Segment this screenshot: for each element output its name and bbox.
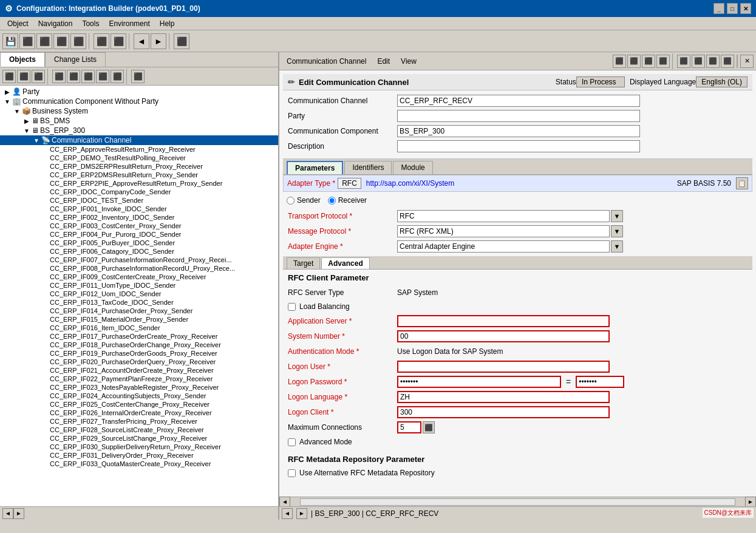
- input-comm-channel[interactable]: [397, 95, 640, 107]
- tree-item-cc9[interactable]: CC_ERP_IF002_Inventory_IDOC_Sender: [0, 213, 278, 222]
- input-logon-user[interactable]: [397, 361, 610, 373]
- left-btn-8[interactable]: ⬛: [111, 70, 124, 83]
- tree-item-cc19[interactable]: CC_ERP_IF013_TaxCode_IDOC_Sender: [0, 298, 278, 307]
- menu-environment[interactable]: Environment: [104, 18, 154, 29]
- tree-item-cc24[interactable]: CC_ERP_IF018_PurchaseOrderChange_Proxy_R…: [0, 341, 278, 349]
- expand-bs-dms[interactable]: ▶: [22, 118, 32, 124]
- tree-item-cc3[interactable]: CC_ERP_DMS2ERPResultReturn_Proxy_Receive…: [0, 162, 278, 171]
- tree-item-biz-system[interactable]: ▼ 📦 Business System: [0, 106, 278, 116]
- tree-item-cc25[interactable]: CC_ERP_IF019_PurchaseOrderGoods_Proxy_Re…: [0, 349, 278, 358]
- left-btn-3[interactable]: ⬛: [32, 70, 45, 83]
- max-conn-btn[interactable]: ⬛: [423, 421, 435, 433]
- h-scroll-right[interactable]: ►: [745, 497, 756, 508]
- tree-item-bs-dms[interactable]: ▶ 🖥 BS_DMS: [0, 116, 278, 126]
- tree-item-cc18[interactable]: CC_ERP_IF012_Uom_IDOC_Sender: [0, 290, 278, 298]
- tree-item-cc35[interactable]: CC_ERP_IF029_SourceListChange_Proxy_Rece…: [0, 434, 278, 443]
- minimize-button[interactable]: _: [713, 3, 724, 14]
- expand-comm-channel[interactable]: ▼: [32, 137, 41, 144]
- tree-item-cc32[interactable]: CC_ERP_IF026_InternalOrderCreate_Proxy_R…: [0, 409, 278, 417]
- input-logon-client[interactable]: [397, 406, 610, 418]
- expand-comm-no-party[interactable]: ▼: [2, 98, 12, 105]
- tree-item-cc17[interactable]: CC_ERP_IF011_UomType_IDOC_Sender: [0, 281, 278, 290]
- right-btn-6[interactable]: ⬛: [692, 55, 705, 68]
- status-nav-left[interactable]: ◄: [282, 508, 293, 519]
- menu-navigation[interactable]: Navigation: [33, 18, 78, 29]
- right-btn-8[interactable]: ⬛: [721, 55, 734, 68]
- right-btn-9[interactable]: ✕: [740, 55, 754, 68]
- toolbar-btn-6[interactable]: ⬛: [94, 33, 109, 49]
- tree-item-cc30[interactable]: CC_ERP_IF024_AccountingSubjects_Proxy_Se…: [0, 392, 278, 400]
- radio-receiver-input[interactable]: [328, 197, 336, 205]
- toolbar-btn-4[interactable]: ⬛: [53, 33, 69, 49]
- sub-tab-advanced[interactable]: Advanced: [321, 257, 369, 269]
- input-app-server[interactable]: [397, 315, 610, 327]
- scroll-left[interactable]: ◄: [2, 508, 13, 519]
- tree-item-cc6[interactable]: CC_ERP_IDOC_CompanyCode_Sender: [0, 188, 278, 196]
- adapter-url[interactable]: http://sap.com/xi/XI/System: [366, 179, 672, 188]
- left-btn-7[interactable]: ⬛: [96, 70, 109, 83]
- input-logon-pass-confirm[interactable]: [576, 376, 624, 388]
- input-logon-lang[interactable]: [397, 391, 610, 403]
- sub-tab-target[interactable]: Target: [287, 257, 320, 269]
- expand-bs-erp-300[interactable]: ▼: [22, 127, 32, 134]
- tab-identifiers[interactable]: Identifiers: [344, 161, 392, 174]
- toolbar-btn-5[interactable]: ⬛: [70, 33, 86, 49]
- h-scrollbar-track[interactable]: [300, 498, 735, 506]
- tree-item-cc13[interactable]: CC_ERP_IF006_Catagory_IDOC_Sender: [0, 247, 278, 256]
- tree-item-cc4[interactable]: CC_ERP_ERP2DMSResultReturn_Proxy_Sender: [0, 171, 278, 179]
- tree-item-cc22[interactable]: CC_ERP_IF016_Item_IDOC_Sender: [0, 324, 278, 332]
- tree-item-cc27[interactable]: CC_ERP_IF021_AccountOrderCreate_Proxy_Re…: [0, 366, 278, 375]
- toolbar-btn-forward[interactable]: ►: [151, 33, 166, 49]
- left-btn-5[interactable]: ⬛: [67, 70, 80, 83]
- adapter-icon-btn[interactable]: 📋: [736, 177, 748, 189]
- tree-item-cc37[interactable]: CC_ERP_IF031_DeliveryOrder_Proxy_Receive…: [0, 451, 278, 460]
- expand-biz-system[interactable]: ▼: [12, 108, 22, 115]
- tree-item-cc15[interactable]: CC_ERP_IF008_PurchaseInformationRecordU_…: [0, 264, 278, 273]
- right-btn-4[interactable]: ⬛: [656, 55, 670, 68]
- right-btn-2[interactable]: ⬛: [627, 55, 641, 68]
- toolbar-btn-2[interactable]: ⬛: [19, 33, 35, 49]
- right-menu-comm-channel[interactable]: Communication Channel: [282, 56, 371, 67]
- tree-item-cc21[interactable]: CC_ERP_IF015_MaterialOrder_Proxy_Sender: [0, 315, 278, 324]
- scroll-right[interactable]: ►: [13, 508, 24, 519]
- tree-item-cc26[interactable]: CC_ERP_IF020_PurchaseOrderQuery_Proxy_Re…: [0, 358, 278, 366]
- tree-item-cc33[interactable]: CC_ERP_IF027_TransferPricing_Proxy_Recei…: [0, 417, 278, 426]
- right-menu-view[interactable]: View: [396, 56, 421, 67]
- engine-dropdown-btn[interactable]: ▼: [611, 240, 623, 253]
- left-btn-1[interactable]: ⬛: [2, 70, 16, 83]
- menu-tools[interactable]: Tools: [77, 18, 104, 29]
- maximize-button[interactable]: □: [727, 3, 738, 14]
- tree-item-cc10[interactable]: CC_ERP_IF003_CostCenter_Proxy_Sender: [0, 222, 278, 230]
- input-transport[interactable]: [397, 210, 610, 222]
- tree-item-cc23[interactable]: CC_ERP_IF017_PurchaseOrderCreate_Proxy_R…: [0, 332, 278, 341]
- right-menu-edit[interactable]: Edit: [372, 56, 395, 67]
- right-btn-5[interactable]: ⬛: [677, 55, 690, 68]
- tree-item-cc36[interactable]: CC_ERP_IF030_SupplierDeliveryReturn_Prox…: [0, 443, 278, 451]
- checkbox-alt-repo[interactable]: [288, 469, 296, 477]
- tree-item-cc16[interactable]: CC_ERP_IF009_CostCenterCreate_Proxy_Rece…: [0, 273, 278, 281]
- input-adapter-engine[interactable]: [397, 240, 610, 253]
- input-max-conn[interactable]: [397, 421, 421, 433]
- tab-objects[interactable]: Objects: [0, 52, 45, 67]
- tree-item-cc20[interactable]: CC_ERP_IF014_PurchaseOrder_Proxy_Sender: [0, 307, 278, 315]
- input-comm-component[interactable]: [397, 125, 640, 137]
- toolbar-btn-7[interactable]: ⬛: [111, 33, 126, 49]
- tree-item-comm-channel[interactable]: ▼ 📡 Communication Channel: [0, 135, 278, 145]
- tree-item-cc31[interactable]: CC_ERP_IF025_CostCenterChange_Proxy_Rece…: [0, 400, 278, 409]
- tree-item-bs-erp-300[interactable]: ▼ 🖥 BS_ERP_300: [0, 126, 278, 135]
- tree-item-cc14[interactable]: CC_ERP_IF007_PurchaseInformationRecord_P…: [0, 256, 278, 264]
- close-button[interactable]: ✕: [740, 3, 751, 14]
- toolbar-btn-3[interactable]: ⬛: [36, 33, 52, 49]
- menu-help[interactable]: Help: [155, 18, 180, 29]
- tree-item-cc1[interactable]: CC_ERP_ApproveResultReturn_Proxy_Receive…: [0, 145, 278, 154]
- tree-item-party[interactable]: ▶ 👤 Party: [0, 87, 278, 97]
- left-btn-9[interactable]: ⬛: [131, 70, 145, 83]
- transport-dropdown-btn[interactable]: ▼: [611, 210, 623, 222]
- tree-item-cc34[interactable]: CC_ERP_IF028_SourceListCreate_Proxy_Rece…: [0, 426, 278, 434]
- left-btn-6[interactable]: ⬛: [81, 70, 95, 83]
- input-description[interactable]: [397, 140, 640, 152]
- checkbox-advanced-mode[interactable]: [288, 438, 296, 446]
- tree-item-cc29[interactable]: CC_ERP_IF023_NotesPayableRegister_Proxy_…: [0, 383, 278, 392]
- input-party[interactable]: [397, 110, 640, 122]
- tree-item-cc11[interactable]: CC_ERP_IF004_Pur_Purorg_IDOC_Sender: [0, 230, 278, 239]
